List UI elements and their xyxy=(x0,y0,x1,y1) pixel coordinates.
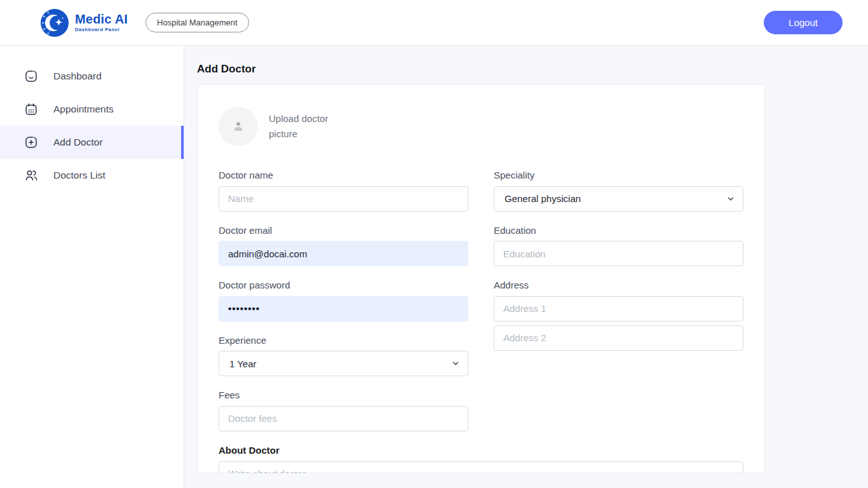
add-doctor-form-card: Upload doctor picture Doctor name Doctor… xyxy=(197,84,765,473)
doctor-password-group: Doctor password xyxy=(219,280,468,322)
logo-text: Medic AI Dashboard Panel xyxy=(75,13,128,32)
sidebar: Dashboard Appointments xyxy=(0,46,184,488)
logo-title: Medic AI xyxy=(75,13,128,25)
doctor-email-label: Doctor email xyxy=(219,226,468,236)
sidebar-item-add-doctor[interactable]: Add Doctor xyxy=(0,126,184,159)
experience-select[interactable]: 1 Year xyxy=(219,351,468,376)
upload-label: Upload doctor picture xyxy=(269,111,345,142)
person-icon xyxy=(229,118,247,135)
topbar: Medic AI Dashboard Panel Hospital Manage… xyxy=(0,0,868,46)
upload-avatar-placeholder[interactable] xyxy=(219,107,258,146)
sidebar-item-label: Appointments xyxy=(53,104,114,115)
about-doctor-group: About Doctor xyxy=(219,445,743,474)
form-column-left: Doctor name Doctor email Doctor password… xyxy=(219,170,468,445)
speciality-group: Speciality General physician xyxy=(494,170,743,212)
speciality-select[interactable]: General physician xyxy=(494,186,743,212)
home-icon xyxy=(24,69,38,83)
experience-label: Experience xyxy=(219,336,468,346)
logo: Medic AI Dashboard Panel xyxy=(39,8,128,38)
add-square-icon xyxy=(24,135,38,149)
doctor-password-label: Doctor password xyxy=(219,280,468,291)
doctor-password-input[interactable] xyxy=(219,296,468,322)
upload-doctor-picture[interactable]: Upload doctor picture xyxy=(219,107,743,146)
sidebar-item-appointments[interactable]: Appointments xyxy=(0,93,184,126)
address-1-input[interactable] xyxy=(494,296,743,322)
fees-group: Fees xyxy=(219,390,468,431)
about-doctor-label: About Doctor xyxy=(219,445,743,456)
logo-subtitle: Dashboard Panel xyxy=(75,27,128,32)
medic-ai-logo-icon xyxy=(39,8,70,38)
about-doctor-textarea[interactable] xyxy=(219,461,743,473)
education-input[interactable] xyxy=(494,241,743,266)
sidebar-item-doctors-list[interactable]: Doctors List xyxy=(0,159,184,192)
page-title: Add Doctor xyxy=(197,63,868,76)
logout-button[interactable]: Logout xyxy=(764,11,843,34)
education-group: Education xyxy=(494,226,743,267)
sidebar-item-dashboard[interactable]: Dashboard xyxy=(0,60,184,93)
doctor-name-label: Doctor name xyxy=(219,170,468,181)
form-column-right: Speciality General physician Education xyxy=(494,170,743,445)
fees-input[interactable] xyxy=(219,406,468,431)
doctor-email-group: Doctor email xyxy=(219,226,468,267)
doctor-name-group: Doctor name xyxy=(219,170,468,212)
address-2-input[interactable] xyxy=(494,325,743,351)
sidebar-item-label: Doctors List xyxy=(53,170,105,181)
topbar-left: Medic AI Dashboard Panel Hospital Manage… xyxy=(39,8,249,38)
address-group: Address xyxy=(494,280,743,351)
sidebar-item-label: Dashboard xyxy=(53,71,102,82)
speciality-label: Speciality xyxy=(494,170,743,181)
experience-group: Experience 1 Year xyxy=(219,336,468,377)
role-badge: Hospital Management xyxy=(146,13,248,32)
doctor-name-input[interactable] xyxy=(219,186,468,212)
calendar-icon xyxy=(24,102,38,116)
education-label: Education xyxy=(494,226,743,236)
sidebar-item-label: Add Doctor xyxy=(53,137,103,148)
address-label: Address xyxy=(494,280,743,291)
main-content: Add Doctor Upload doctor picture xyxy=(184,46,868,488)
form-columns: Doctor name Doctor email Doctor password… xyxy=(219,170,743,445)
doctor-email-input[interactable] xyxy=(219,241,468,266)
people-icon xyxy=(24,168,38,182)
fees-label: Fees xyxy=(219,390,468,401)
